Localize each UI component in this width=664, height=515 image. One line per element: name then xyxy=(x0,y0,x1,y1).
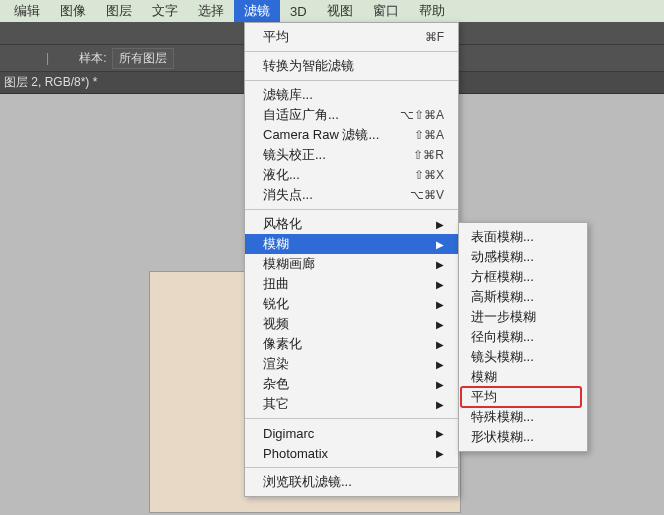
menu-item-视频[interactable]: 视频▶ xyxy=(245,314,458,334)
menu-item-渲染[interactable]: 渲染▶ xyxy=(245,354,458,374)
menu-item-滤镜库...[interactable]: 滤镜库... xyxy=(245,85,458,105)
menu-编辑[interactable]: 编辑 xyxy=(4,0,50,22)
menu-item-转换为智能滤镜[interactable]: 转换为智能滤镜 xyxy=(245,56,458,76)
submenu-arrow-icon: ▶ xyxy=(436,259,444,270)
submenu-arrow-icon: ▶ xyxy=(436,359,444,370)
menu-item-镜头校正...[interactable]: 镜头校正...⇧⌘R xyxy=(245,145,458,165)
submenu-arrow-icon: ▶ xyxy=(436,319,444,330)
submenu-arrow-icon: ▶ xyxy=(436,399,444,410)
submenu-item-方框模糊...[interactable]: 方框模糊... xyxy=(459,267,587,287)
menubar: 编辑图像图层文字选择滤镜3D视图窗口帮助 xyxy=(0,0,664,22)
menu-3D[interactable]: 3D xyxy=(280,2,317,21)
sample-label: 样本: xyxy=(79,50,106,67)
submenu-item-动感模糊...[interactable]: 动感模糊... xyxy=(459,247,587,267)
submenu-arrow-icon: ▶ xyxy=(436,379,444,390)
menu-滤镜[interactable]: 滤镜 xyxy=(234,0,280,22)
submenu-arrow-icon: ▶ xyxy=(436,239,444,250)
submenu-item-进一步模糊[interactable]: 进一步模糊 xyxy=(459,307,587,327)
menu-item-Camera Raw 滤镜...[interactable]: Camera Raw 滤镜...⇧⌘A xyxy=(245,125,458,145)
submenu-arrow-icon: ▶ xyxy=(436,339,444,350)
menu-item-消失点...[interactable]: 消失点...⌥⌘V xyxy=(245,185,458,205)
menu-item-锐化[interactable]: 锐化▶ xyxy=(245,294,458,314)
menu-item-其它[interactable]: 其它▶ xyxy=(245,394,458,414)
menu-帮助[interactable]: 帮助 xyxy=(409,0,455,22)
menu-item-像素化[interactable]: 像素化▶ xyxy=(245,334,458,354)
menu-图像[interactable]: 图像 xyxy=(50,0,96,22)
menu-item-平均[interactable]: 平均⌘F xyxy=(245,27,458,47)
menu-item-液化...[interactable]: 液化...⇧⌘X xyxy=(245,165,458,185)
menu-item-风格化[interactable]: 风格化▶ xyxy=(245,214,458,234)
menu-item-杂色[interactable]: 杂色▶ xyxy=(245,374,458,394)
submenu-item-表面模糊...[interactable]: 表面模糊... xyxy=(459,227,587,247)
sample-dropdown[interactable]: 所有图层 xyxy=(112,48,174,69)
submenu-item-形状模糊...[interactable]: 形状模糊... xyxy=(459,427,587,447)
menu-item-浏览联机滤镜...[interactable]: 浏览联机滤镜... xyxy=(245,472,458,492)
menu-item-模糊[interactable]: 模糊▶ xyxy=(245,234,458,254)
menu-视图[interactable]: 视图 xyxy=(317,0,363,22)
submenu-item-特殊模糊...[interactable]: 特殊模糊... xyxy=(459,407,587,427)
menu-item-扭曲[interactable]: 扭曲▶ xyxy=(245,274,458,294)
submenu-arrow-icon: ▶ xyxy=(436,279,444,290)
menu-文字[interactable]: 文字 xyxy=(142,0,188,22)
submenu-arrow-icon: ▶ xyxy=(436,219,444,230)
menu-窗口[interactable]: 窗口 xyxy=(363,0,409,22)
submenu-arrow-icon: ▶ xyxy=(436,299,444,310)
submenu-item-模糊[interactable]: 模糊 xyxy=(459,367,587,387)
menu-item-Photomatix[interactable]: Photomatix▶ xyxy=(245,443,458,463)
submenu-item-径向模糊...[interactable]: 径向模糊... xyxy=(459,327,587,347)
submenu-arrow-icon: ▶ xyxy=(436,448,444,459)
menu-item-Digimarc[interactable]: Digimarc▶ xyxy=(245,423,458,443)
menu-图层[interactable]: 图层 xyxy=(96,0,142,22)
menu-选择[interactable]: 选择 xyxy=(188,0,234,22)
blur-submenu: 表面模糊...动感模糊...方框模糊...高斯模糊...进一步模糊径向模糊...… xyxy=(458,222,588,452)
filter-menu: 平均⌘F转换为智能滤镜滤镜库...自适应广角...⌥⇧⌘ACamera Raw … xyxy=(244,22,459,497)
menu-item-模糊画廊[interactable]: 模糊画廊▶ xyxy=(245,254,458,274)
submenu-item-高斯模糊...[interactable]: 高斯模糊... xyxy=(459,287,587,307)
submenu-item-镜头模糊...[interactable]: 镜头模糊... xyxy=(459,347,587,367)
submenu-arrow-icon: ▶ xyxy=(436,428,444,439)
submenu-item-平均[interactable]: 平均 xyxy=(459,387,587,407)
menu-item-自适应广角...[interactable]: 自适应广角...⌥⇧⌘A xyxy=(245,105,458,125)
